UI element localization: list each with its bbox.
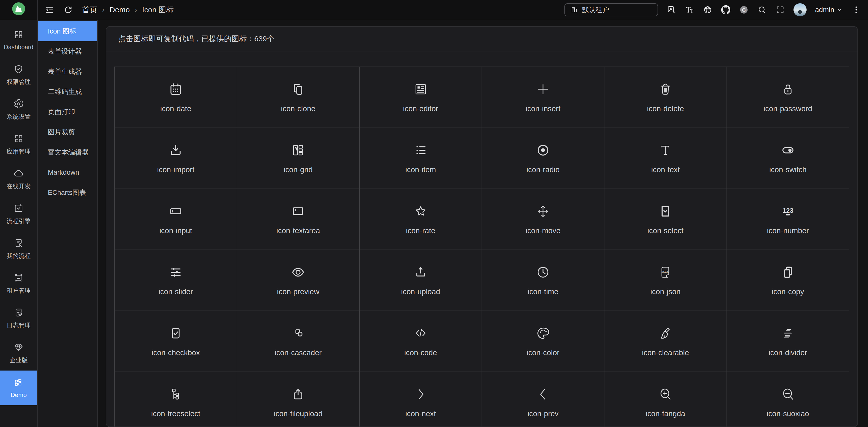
- breadcrumb-current: Icon 图标: [142, 5, 174, 15]
- sidebar-item-demo[interactable]: Demo: [0, 371, 37, 405]
- sidebar-item-dashboard[interactable]: Dashboard: [0, 23, 37, 57]
- icon-cell-radio[interactable]: icon-radio: [482, 128, 604, 189]
- icon-cell-cascader[interactable]: icon-cascader: [237, 311, 360, 372]
- search-icon[interactable]: [757, 5, 767, 15]
- icon-cell-switch[interactable]: icon-switch: [727, 128, 849, 189]
- submenu-item-label: ECharts图表: [48, 188, 86, 197]
- submenu-item-icon[interactable]: Icon 图标: [38, 21, 97, 41]
- icon-cell-next[interactable]: icon-next: [360, 372, 482, 427]
- icon-cell-password[interactable]: icon-password: [727, 67, 849, 128]
- icon-cell-rate[interactable]: icon-rate: [360, 189, 482, 250]
- svg-text:G: G: [742, 7, 746, 12]
- sidebar-item-label: 系统设置: [6, 113, 31, 121]
- icon-cell-delete[interactable]: icon-delete: [604, 67, 727, 128]
- icon-cell-move[interactable]: icon-move: [482, 189, 604, 250]
- sidebar-item-app[interactable]: 应用管理: [0, 127, 37, 162]
- icon-cell-treeselect[interactable]: icon-treeselect: [115, 372, 237, 427]
- user-avatar[interactable]: [794, 3, 807, 17]
- icon-cell-copy[interactable]: icon-copy: [727, 250, 849, 311]
- icon-cell-text[interactable]: icon-text: [604, 128, 727, 189]
- icon-grid: icon-dateicon-cloneicon-editoricon-inser…: [114, 66, 849, 427]
- tenant-label: 默认租户: [582, 5, 609, 15]
- icon-cell-clearable[interactable]: icon-clearable: [604, 311, 727, 372]
- icon-cell-clone[interactable]: icon-clone: [237, 67, 360, 128]
- topbar-actions: 默认租户 G admin: [564, 3, 861, 17]
- submenu-item-label: 富文本编辑器: [48, 148, 89, 157]
- tenant-selector[interactable]: 默认租户: [564, 3, 658, 17]
- language-icon[interactable]: [666, 5, 676, 15]
- icon-cell-suoxiao[interactable]: icon-suoxiao: [727, 372, 849, 427]
- sidebar-item-online-dev[interactable]: 在线开发: [0, 162, 37, 197]
- icon-cell-color[interactable]: icon-color: [482, 311, 604, 372]
- fullscreen-icon[interactable]: [775, 5, 785, 15]
- username-label: admin: [815, 6, 834, 14]
- icon-cell-fileupload[interactable]: icon-fileupload: [237, 372, 360, 427]
- clone-icon: [290, 82, 306, 97]
- submenu-item-richtext[interactable]: 富文本编辑器: [38, 142, 97, 162]
- icon-cell-json[interactable]: JSONicon-json: [604, 250, 727, 311]
- refresh-icon[interactable]: [63, 5, 73, 15]
- icon-cell-item[interactable]: icon-item: [360, 128, 482, 189]
- app-logo[interactable]: [0, 0, 38, 20]
- globe-icon[interactable]: [703, 5, 712, 15]
- sidebar-item-workflow[interactable]: 流程引擎: [0, 197, 37, 231]
- github-icon[interactable]: [721, 5, 731, 15]
- sidebar-item-system[interactable]: 系统设置: [0, 92, 37, 127]
- icon-cell-textarea[interactable]: icon-textarea: [237, 189, 360, 250]
- submenu-item-crop[interactable]: 图片裁剪: [38, 122, 97, 142]
- icon-cell-label: icon-delete: [647, 104, 684, 113]
- icon-cell-import[interactable]: icon-import: [115, 128, 237, 189]
- icon-cell-code[interactable]: icon-code: [360, 311, 482, 372]
- submenu-item-form-generator[interactable]: 表单生成器: [38, 61, 97, 82]
- icon-cell-label: icon-clearable: [642, 348, 689, 357]
- doc-check-icon: [13, 307, 24, 318]
- treeselect-icon: [168, 387, 183, 402]
- cloud-icon: [13, 168, 24, 179]
- switch-icon: [780, 143, 796, 158]
- select-icon: [658, 204, 673, 219]
- submenu-item-label: 表单生成器: [48, 67, 82, 76]
- icon-cell-editor[interactable]: icon-editor: [360, 67, 482, 128]
- sidebar-item-log[interactable]: 日志管理: [0, 301, 37, 336]
- icon-cell-date[interactable]: icon-date: [115, 67, 237, 128]
- sidebar-item-my-flow[interactable]: 我的流程: [0, 231, 37, 266]
- icon-cell-number[interactable]: 123icon-number: [727, 189, 849, 250]
- submenu-item-qrcode[interactable]: 二维码生成: [38, 82, 97, 102]
- submenu-item-markdown[interactable]: Markdown: [38, 162, 97, 182]
- page-body: Dashboard权限管理系统设置应用管理在线开发流程引擎我的流程租户管理日志管…: [0, 20, 868, 427]
- text-icon: [658, 143, 673, 158]
- shield-check-icon: [13, 64, 24, 74]
- icon-cell-fangda[interactable]: icon-fangda: [604, 372, 727, 427]
- submenu-item-echarts[interactable]: ECharts图表: [38, 182, 97, 203]
- sidebar-item-enterprise[interactable]: 企业版: [0, 336, 37, 371]
- icon-cell-preview[interactable]: icon-preview: [237, 250, 360, 311]
- more-options-icon[interactable]: [851, 5, 861, 15]
- gitee-icon[interactable]: G: [739, 5, 749, 15]
- icon-cell-input[interactable]: icon-input: [115, 189, 237, 250]
- sidebar-item-tenant[interactable]: 租户管理: [0, 266, 37, 301]
- sidebar-item-auth[interactable]: 权限管理: [0, 57, 37, 92]
- icon-cell-upload[interactable]: icon-upload: [360, 250, 482, 311]
- sidebar-item-label: 我的流程: [6, 252, 31, 260]
- icon-cell-grid[interactable]: icon-grid: [237, 128, 360, 189]
- textarea-icon: [290, 204, 306, 219]
- user-menu[interactable]: admin: [815, 6, 843, 14]
- submenu-item-form-designer[interactable]: 表单设计器: [38, 41, 97, 61]
- item-icon: [413, 143, 428, 158]
- sidebar-item-label: Dashboard: [4, 44, 33, 51]
- code-icon: [413, 326, 428, 341]
- font-size-icon[interactable]: [685, 5, 694, 15]
- submenu-item-print[interactable]: 页面打印: [38, 102, 97, 122]
- icon-cell-divider[interactable]: icon-divider: [727, 311, 849, 372]
- icon-cell-label: icon-upload: [401, 287, 440, 296]
- logo-icon: [11, 2, 26, 18]
- breadcrumb-demo[interactable]: Demo: [110, 5, 130, 14]
- collapse-sidebar-icon[interactable]: [45, 5, 54, 15]
- breadcrumb-home[interactable]: 首页: [82, 5, 97, 15]
- icon-cell-slider[interactable]: icon-slider: [115, 250, 237, 311]
- icon-cell-time[interactable]: icon-time: [482, 250, 604, 311]
- icon-cell-prev[interactable]: icon-prev: [482, 372, 604, 427]
- icon-cell-select[interactable]: icon-select: [604, 189, 727, 250]
- icon-cell-checkbox[interactable]: icon-checkbox: [115, 311, 237, 372]
- icon-cell-insert[interactable]: icon-insert: [482, 67, 604, 128]
